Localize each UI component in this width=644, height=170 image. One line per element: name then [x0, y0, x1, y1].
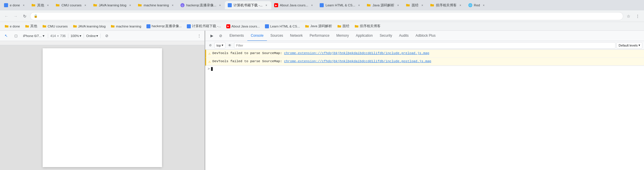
console-eye-btn[interactable]: 👁	[227, 42, 233, 49]
filter-input[interactable]	[234, 42, 615, 49]
bookmark-icon: ▶	[226, 24, 230, 28]
bookmark-bk-cmu[interactable]: CMU courses	[40, 23, 70, 30]
bookmark-icon	[73, 24, 77, 28]
forward-button[interactable]: →	[12, 12, 20, 20]
main-area: ↖ ◻ iPhone 6/7... ▾ 414 × 736 100% ▾	[0, 31, 644, 170]
tab-tab-java-src[interactable]: Java 源码解析 ×	[364, 1, 403, 9]
cursor-tool-btn[interactable]: ↖	[2, 32, 10, 40]
tab-tab-red[interactable]: 🌐 Red ×	[465, 1, 489, 9]
bookmark-bk-paixu[interactable]: 排序相关博客	[352, 23, 383, 30]
tab-close-btn[interactable]: ×	[396, 3, 400, 7]
bookmark-label: JAVA learning blog	[78, 25, 106, 28]
back-button[interactable]: ←	[2, 12, 10, 20]
bookmark-label: Learn HTML & CS...	[270, 25, 300, 28]
devtools-ban-btn[interactable]: ⊘	[217, 32, 224, 40]
more-button[interactable]: ⋮	[634, 12, 642, 20]
tab-label: 排序相关博客	[436, 3, 457, 8]
more-options-button[interactable]: ⋮	[196, 33, 202, 38]
bookmark-icon	[337, 24, 341, 28]
tab-favicon: Q	[180, 3, 184, 7]
tab-tab-about-java[interactable]: ▶ About Java cours... ×	[271, 1, 317, 9]
bookmark-bk-mianjing[interactable]: 面经	[335, 23, 352, 30]
devtools-tab-memory[interactable]: Memory	[333, 31, 352, 41]
console-output: ⚠ DevTools failed to parse SourceMap: ch…	[205, 50, 644, 170]
tab-close-btn[interactable]: ×	[264, 3, 268, 7]
warning-icon-1: ⚠	[208, 51, 211, 57]
devtools-tab-elements[interactable]: Elements	[226, 31, 247, 41]
viewport-height: 736	[60, 34, 65, 38]
bookmark-bk-java-blog[interactable]: JAVA learning blog	[71, 23, 108, 30]
tab-favicon	[4, 3, 8, 7]
tab-favicon	[31, 3, 35, 7]
bookmark-bk-java-src[interactable]: Java 源码解析	[303, 23, 334, 30]
devtools-tab-application[interactable]: Application	[352, 31, 376, 41]
bookmark-bk-learn-html[interactable]: Learn HTML & CS...	[263, 23, 302, 30]
bookmark-bk-qita[interactable]: 其他	[23, 23, 39, 30]
reload-button[interactable]: ↻	[21, 12, 29, 20]
tab-tab-paixu[interactable]: 排序相关博客 ×	[427, 1, 465, 9]
bookmark-button[interactable]: ☆	[624, 12, 632, 20]
tab-close-btn[interactable]: ×	[218, 3, 222, 7]
ruler	[0, 41, 204, 45]
tab-tab-ml[interactable]: machine learning ×	[135, 1, 178, 9]
devtools-tab-console[interactable]: Console	[247, 31, 267, 41]
zoom-level: 100%	[71, 34, 79, 38]
tab-close-btn[interactable]: ×	[22, 3, 26, 7]
tab-favicon	[93, 3, 97, 7]
tab-label: CMU courses	[61, 3, 82, 7]
tab-close-btn[interactable]: ×	[482, 3, 486, 7]
tab-label: hackerqc直播录像...	[186, 3, 216, 8]
tab-tab-cmu[interactable]: CMU courses ×	[53, 1, 90, 9]
bookmark-icon	[42, 24, 46, 28]
tab-tab-learn-html[interactable]: Learn HTML & CS... ×	[317, 1, 364, 9]
bookmark-bk-ml[interactable]: machine learning	[108, 23, 144, 30]
tab-tab-mianjing[interactable]: 面经 ×	[403, 1, 427, 9]
devtools-tab-audits[interactable]: Audits	[396, 31, 412, 41]
context-select[interactable]: top ▾	[214, 42, 225, 49]
tab-favicon	[406, 3, 410, 7]
tab-tab-calc-book[interactable]: 计算机书籍下载 -... ×	[225, 1, 271, 9]
devtools-tab-performance[interactable]: Performance	[306, 31, 333, 41]
network-select[interactable]: Online ▾	[86, 34, 98, 38]
tab-tab-done[interactable]: e done ×	[1, 1, 29, 9]
console-link-1[interactable]: chrome-extension://cfhdojbkjhnklbpkdaibd…	[284, 51, 429, 55]
devtools-inspect-btn[interactable]: ▶	[208, 32, 216, 40]
devtools-tab-adblock-plus[interactable]: Adblock Plus	[412, 31, 439, 41]
tab-close-btn[interactable]: ×	[83, 3, 87, 7]
toolbar-divider-1	[48, 34, 48, 38]
device-name: iPhone 6/7...	[23, 34, 42, 38]
toolbar-divider-4	[100, 34, 101, 38]
devtools-tab-sources[interactable]: Sources	[267, 31, 287, 41]
console-clear-btn[interactable]: ⊘	[207, 42, 213, 49]
tab-close-btn[interactable]: ×	[128, 3, 132, 7]
bookmark-bk-calc[interactable]: 计算机书籍下载 -...	[184, 23, 223, 30]
tab-close-btn[interactable]: ×	[171, 3, 175, 7]
devtools-tab-security[interactable]: Security	[376, 31, 396, 41]
bookmark-bk-hacker[interactable]: hackerqc直播录像...	[144, 23, 184, 30]
tab-favicon	[367, 3, 371, 7]
tab-tab-qita[interactable]: 其他 ×	[29, 1, 53, 9]
bookmark-icon	[25, 24, 29, 28]
tab-favicon	[228, 3, 232, 7]
address-bar[interactable]: 🔒	[30, 12, 623, 20]
zoom-select[interactable]: 100% ▾	[71, 34, 81, 38]
bookmark-bk-java-course[interactable]: ▶ About Java cours...	[224, 23, 262, 30]
tab-close-btn[interactable]: ×	[357, 3, 361, 7]
tab-close-btn[interactable]: ×	[420, 3, 424, 7]
bookmark-bk-done[interactable]: e done	[2, 23, 22, 30]
tab-tab-hacker[interactable]: Q hackerqc直播录像... ×	[178, 1, 225, 9]
tab-label: About Java cours...	[280, 3, 308, 7]
mobile-toggle-btn[interactable]: ◻	[12, 32, 20, 40]
no-touch-btn[interactable]: ⊘	[103, 32, 110, 40]
device-select[interactable]: iPhone 6/7... ▾	[22, 33, 46, 38]
devtools-tab-network[interactable]: Network	[287, 31, 306, 41]
levels-select[interactable]: Default levels ▾	[617, 42, 642, 49]
bookmark-icon	[355, 24, 359, 28]
tab-close-btn[interactable]: ×	[46, 3, 50, 7]
console-link-2[interactable]: chrome-extension://cfhdojbkjhnklbpkdaibd…	[284, 59, 431, 63]
tab-close-btn[interactable]: ×	[310, 3, 314, 7]
tab-tab-java-blog[interactable]: JAVA learning blog ×	[90, 1, 135, 9]
tab-close-btn[interactable]: ×	[458, 3, 462, 7]
address-bar-row: ← → ↻ 🔒 ☆ ⋮	[0, 10, 644, 22]
bookmark-icon	[305, 24, 309, 28]
